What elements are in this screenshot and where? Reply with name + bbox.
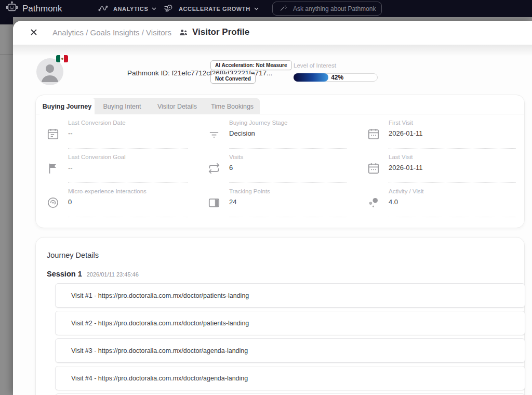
ask-anything-button[interactable]: Ask anything about Pathmonk	[272, 2, 382, 16]
metric-value: 0	[68, 198, 188, 206]
metric-label: Last Conversion Goal	[68, 154, 188, 160]
calendar-icon	[367, 162, 380, 183]
metric-buying-journey-stage: Buying Journey Stage Decision	[197, 114, 356, 149]
metric-last-conversion-goal: Last Conversion Goal --	[36, 149, 197, 183]
calendar-note-icon	[46, 127, 60, 149]
close-button[interactable]	[29, 27, 39, 37]
flag-icon	[46, 162, 60, 183]
analytics-squiggle-icon	[97, 3, 110, 15]
not-converted-badge: Not Converted	[210, 74, 256, 84]
metric-last-conversion-date: Last Conversion Date --	[36, 114, 197, 149]
pathmonk-brand[interactable]: Pathmonk	[5, 0, 62, 17]
page-title: Visitor Profile	[192, 27, 249, 37]
session-header: Session 1 2026/01/11 23:45:46	[47, 270, 139, 278]
session-timestamp: 2026/01/11 23:45:46	[87, 271, 139, 278]
tab-visitor-details[interactable]: Visitor Details	[150, 98, 205, 114]
metric-value: 6	[229, 164, 347, 172]
chevron-down-icon	[152, 7, 156, 10]
session-label: Session 1	[47, 270, 82, 278]
metric-value: 2026-01-11	[389, 164, 516, 172]
metric-label: Tracking Points	[229, 188, 347, 194]
metric-activity-per-visit: Activity / Visit 4.0	[356, 183, 525, 217]
chevron-down-icon	[254, 7, 259, 10]
nav-accelerate-label: ACCELERATE GROWTH	[179, 6, 250, 12]
visit-row[interactable]: Visit #4 - https://pro.doctoralia.com.mx…	[55, 366, 525, 390]
metrics-grid: Last Conversion Date -- Buying Journey S…	[36, 114, 524, 217]
metric-first-visit: First Visit 2026-01-11	[356, 114, 525, 149]
metric-label: Last Conversion Date	[68, 120, 188, 126]
visitor-avatar	[36, 58, 63, 85]
tab-time-bookings[interactable]: Time Bookings	[205, 98, 260, 114]
metric-label: Micro-experience Interactions	[68, 188, 188, 194]
background-divider	[0, 54, 13, 55]
close-icon	[30, 29, 37, 36]
interest-fill	[294, 73, 328, 82]
bubbles-icon	[367, 196, 380, 217]
metrics-card: Buying Journey Buying Intent Visitor Det…	[35, 95, 525, 228]
top-navbar: Pathmonk ANALYTICS ACCELERATE GROWTH	[0, 0, 532, 17]
pathmonk-robot-logo-icon	[5, 1, 19, 16]
people-icon	[179, 29, 188, 36]
breadcrumb[interactable]: Analytics / Goals Insights / Visitors	[52, 28, 171, 37]
metric-label: Activity / Visit	[389, 188, 516, 194]
metric-micro-experience-interactions: Micro-experience Interactions 0	[36, 183, 197, 217]
mexico-flag-icon	[56, 55, 68, 62]
nav-menu-accelerate-growth[interactable]: ACCELERATE GROWTH	[162, 0, 259, 17]
visit-row[interactable]: Visit #2 - https://pro.doctoralia.com.mx…	[55, 311, 525, 335]
repeat-icon	[207, 162, 221, 183]
visit-list: Visit #1 - https://pro.doctoralia.com.mx…	[55, 283, 525, 395]
ai-acceleration-badge: AI Acceleration: Not Measure	[210, 60, 292, 70]
metric-value: 24	[229, 198, 347, 206]
ask-anything-label: Ask anything about Pathmonk	[293, 5, 376, 12]
metric-label: Buying Journey Stage	[229, 120, 347, 126]
metric-value: 4.0	[389, 198, 516, 206]
status-badges: AI Acceleration: Not Measure Not Convert…	[210, 60, 292, 84]
metric-label: Last Visit	[389, 154, 516, 160]
calendar-icon	[367, 127, 380, 149]
interest-progress-bar: 42%	[294, 73, 378, 82]
broadcast-icon	[46, 196, 60, 217]
nav-menu-analytics[interactable]: ANALYTICS	[97, 0, 156, 17]
layout-icon	[207, 196, 221, 217]
tab-buying-intent[interactable]: Buying Intent	[95, 98, 150, 114]
visit-row[interactable]: Visit #3 - https://pro.doctoralia.com.mx…	[55, 338, 525, 363]
background-header-sliver	[0, 17, 13, 24]
magic-wand-icon	[280, 4, 288, 14]
metric-value: 2026-01-11	[389, 129, 516, 137]
metric-value: --	[68, 129, 188, 137]
tab-bar: Buying Journey Buying Intent Visitor Det…	[36, 95, 524, 114]
filter-icon	[207, 127, 221, 149]
metric-label: Visits	[229, 154, 347, 160]
tab-buying-journey[interactable]: Buying Journey	[39, 98, 95, 114]
metric-visits: Visits 6	[197, 149, 356, 183]
metric-value: Decision	[229, 129, 347, 137]
journey-details-title: Journey Details	[47, 251, 99, 259]
brand-name: Pathmonk	[22, 4, 62, 14]
metric-last-visit: Last Visit 2026-01-11	[356, 149, 525, 183]
accelerate-rocket-icon	[162, 3, 175, 15]
interest-percent: 42%	[331, 74, 343, 81]
level-of-interest: Level of Interest 42%	[294, 62, 378, 82]
modal-header: Analytics / Goals Insights / Visitors Vi…	[13, 21, 532, 44]
interest-label: Level of Interest	[294, 62, 378, 69]
visitor-profile-modal: Analytics / Goals Insights / Visitors Vi…	[13, 21, 532, 395]
header-shadow-band	[13, 45, 532, 56]
metric-value: --	[68, 164, 188, 172]
journey-details-card: Journey Details Session 1 2026/01/11 23:…	[35, 237, 525, 395]
nav-analytics-label: ANALYTICS	[113, 6, 148, 12]
metric-label: First Visit	[389, 120, 516, 126]
metric-tracking-points: Tracking Points 24	[197, 183, 356, 217]
visit-row[interactable]: Visit #1 - https://pro.doctoralia.com.mx…	[55, 283, 525, 308]
